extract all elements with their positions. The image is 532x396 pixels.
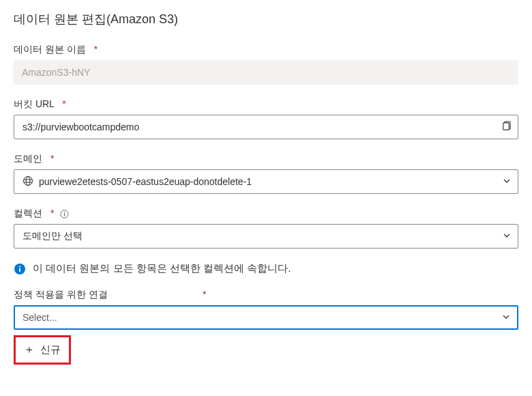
svg-rect-5 bbox=[64, 213, 65, 216]
copy-icon[interactable] bbox=[501, 121, 512, 133]
svg-point-1 bbox=[24, 176, 33, 185]
svg-point-4 bbox=[63, 212, 64, 212]
collection-label: 컬렉션 * bbox=[14, 208, 518, 220]
required-asterisk: * bbox=[50, 208, 54, 218]
data-source-name-label: 데이터 원본 이름 * bbox=[14, 44, 518, 56]
domain-select-content: purviewe2etests-0507-eastus2euap-donotde… bbox=[23, 175, 252, 188]
label-text: 데이터 원본 이름 bbox=[14, 44, 86, 55]
collection-group: 컬렉션 * 도메인만 선택 bbox=[14, 208, 518, 249]
chevron-down-icon bbox=[503, 231, 511, 242]
plus-icon: ＋ bbox=[24, 343, 35, 357]
new-button[interactable]: ＋ 신규 bbox=[20, 340, 65, 360]
bucket-url-wrapper bbox=[14, 115, 518, 139]
new-button-label: 신규 bbox=[40, 343, 61, 356]
collection-value: 도메인만 선택 bbox=[23, 230, 83, 242]
data-source-name-input bbox=[14, 60, 518, 85]
info-icon bbox=[14, 263, 26, 275]
label-text: 정책 적용을 위한 연결 bbox=[14, 289, 108, 300]
required-asterisk: * bbox=[50, 153, 54, 164]
required-asterisk: * bbox=[203, 289, 206, 300]
new-button-highlight: ＋ 신규 bbox=[14, 335, 71, 365]
policy-connection-select[interactable]: Select... bbox=[14, 305, 518, 330]
required-asterisk: * bbox=[94, 44, 98, 55]
bucket-url-label: 버킷 URL * bbox=[14, 98, 518, 111]
policy-connection-group: 정책 적용을 위한 연결 * Select... ＋ 신규 bbox=[14, 289, 518, 365]
chevron-down-icon bbox=[502, 312, 510, 323]
collection-select[interactable]: 도메인만 선택 bbox=[14, 224, 518, 249]
policy-connection-placeholder: Select... bbox=[23, 312, 57, 323]
domain-value: purviewe2etests-0507-eastus2euap-donotde… bbox=[39, 176, 252, 187]
svg-point-2 bbox=[26, 176, 30, 185]
domain-group: 도메인 * purviewe2etests-0507-eastus2euap-d… bbox=[14, 153, 518, 194]
label-text: 컬렉션 bbox=[14, 208, 42, 218]
domain-select[interactable]: purviewe2etests-0507-eastus2euap-donotde… bbox=[14, 169, 518, 194]
domain-label: 도메인 * bbox=[14, 153, 518, 165]
info-message: 이 데이터 원본의 모든 항목은 선택한 컬렉션에 속합니다. bbox=[14, 262, 518, 275]
svg-rect-0 bbox=[503, 123, 509, 130]
svg-point-7 bbox=[19, 266, 20, 267]
label-text: 버킷 URL bbox=[14, 98, 54, 109]
chevron-down-icon bbox=[503, 176, 511, 187]
svg-rect-8 bbox=[19, 268, 20, 271]
bucket-url-group: 버킷 URL * bbox=[14, 98, 518, 139]
data-source-name-group: 데이터 원본 이름 * bbox=[14, 44, 518, 85]
info-text: 이 데이터 원본의 모든 항목은 선택한 컬렉션에 속합니다. bbox=[33, 262, 291, 275]
page-title: 데이터 원본 편집(Amazon S3) bbox=[14, 11, 518, 27]
bucket-url-input[interactable] bbox=[14, 115, 518, 139]
label-text: 도메인 bbox=[14, 153, 42, 164]
globe-icon bbox=[23, 175, 33, 188]
info-icon[interactable] bbox=[59, 209, 69, 218]
policy-connection-label: 정책 적용을 위한 연결 bbox=[14, 289, 194, 301]
required-asterisk: * bbox=[62, 98, 65, 109]
